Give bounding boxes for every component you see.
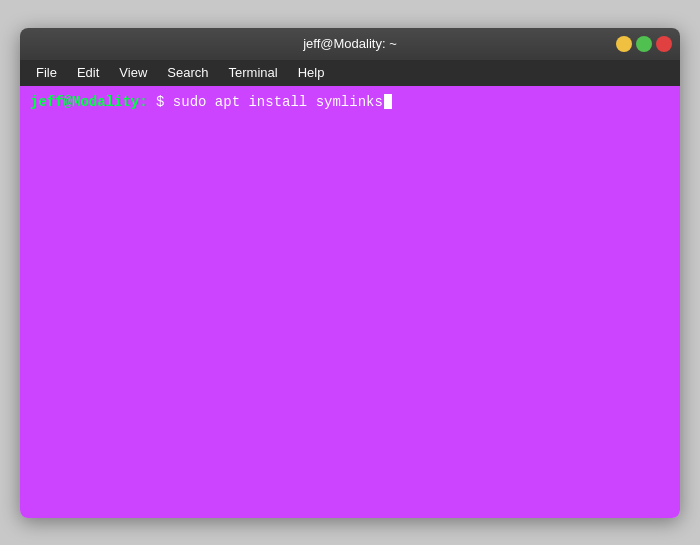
menu-item-terminal[interactable]: Terminal	[221, 63, 286, 82]
cursor	[384, 94, 392, 109]
close-button[interactable]	[656, 36, 672, 52]
menu-item-file[interactable]: File	[28, 63, 65, 82]
window-title: jeff@Modality: ~	[303, 36, 397, 51]
prompt-symbol: $	[148, 94, 173, 110]
maximize-button[interactable]	[636, 36, 652, 52]
menu-bar: File Edit View Search Terminal Help	[20, 60, 680, 86]
window-controls	[616, 36, 672, 52]
menu-item-search[interactable]: Search	[159, 63, 216, 82]
command-text: sudo apt install symlinks	[173, 94, 383, 110]
terminal-line: jeff@Modality: $ sudo apt install symlin…	[30, 94, 670, 110]
menu-item-help[interactable]: Help	[290, 63, 333, 82]
menu-item-edit[interactable]: Edit	[69, 63, 107, 82]
terminal-window: jeff@Modality: ~ File Edit View Search T…	[20, 28, 680, 518]
title-bar: jeff@Modality: ~	[20, 28, 680, 60]
terminal-body[interactable]: jeff@Modality: $ sudo apt install symlin…	[20, 86, 680, 518]
prompt-user: jeff@Modality:	[30, 94, 148, 110]
minimize-button[interactable]	[616, 36, 632, 52]
menu-item-view[interactable]: View	[111, 63, 155, 82]
desktop: jeff@Modality: ~ File Edit View Search T…	[0, 0, 700, 545]
